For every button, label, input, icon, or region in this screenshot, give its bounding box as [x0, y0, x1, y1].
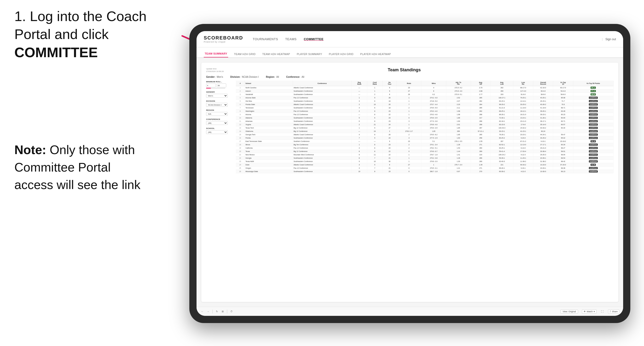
sidebar-division-select[interactable]: NCAA Division I: [206, 103, 228, 107]
cell-rnds: 2: [397, 147, 421, 150]
cell-avg-sg: 258: [471, 136, 490, 140]
sidebar-max-input[interactable]: [217, 84, 226, 87]
sidebar-region-select[interactable]: N/A: [206, 112, 228, 116]
toolbar-home-icon[interactable]: ⊞: [221, 310, 224, 314]
cell-overall: 30-4-0: [533, 89, 553, 93]
cell-avg-sg: 270: [471, 170, 490, 173]
cell-conference: Southeastern Conference: [293, 93, 351, 96]
cell-low-rd: 9-24-0: [513, 136, 533, 140]
sub-nav-player-h2h-heatmap[interactable]: PLAYER H2H HEATMAP: [359, 51, 392, 57]
instruction-area: 1. Log into the Coach Portal and click C…: [14, 7, 158, 61]
toolbar-forward-icon[interactable]: →: [206, 310, 210, 314]
sub-nav-player-summary[interactable]: PLAYER SUMMARY: [296, 51, 323, 57]
cell-wins: 6.2: [421, 93, 446, 96]
cell-no-tour: 20: [382, 103, 397, 106]
cell-vs-top25: 58-6-0: [553, 93, 573, 96]
cell-vs-top25: 23-16-2: [553, 140, 573, 143]
sub-nav-team-h2h-heatmap[interactable]: TEAM H2H HEATMAP: [261, 51, 291, 57]
cell-rnds: 1: [397, 100, 421, 103]
view-original-button[interactable]: View: Original: [560, 310, 578, 314]
cell-avg-sg: 268: [471, 113, 490, 116]
cell-overall: 31-28-1: [533, 116, 553, 120]
cell-rank: 10: [236, 116, 245, 120]
cell-avg-sg: 264: [471, 103, 490, 106]
table-row: 5Ole MissSoutheastern Conference36181274…: [236, 100, 614, 103]
cell-avg-low: 30-15-1: [490, 130, 513, 133]
cell-school: Mississippi State: [245, 170, 293, 173]
tablet-screen: SCOREBOARD Powered by clippd TOURNAMENTS…: [196, 31, 623, 316]
cell-overall: 9-10-1: [533, 140, 553, 143]
col-avg-low: Avg.Low: [490, 81, 513, 86]
cell-overall: 42-16-0: [533, 86, 553, 89]
cell-vs-top25: 60.94: [553, 116, 573, 120]
cell-rank: 26: [236, 170, 245, 173]
cell-avg-low: 72-30-1: [490, 116, 513, 120]
cell-vs-top25: 59.47: [553, 133, 573, 136]
col-conference: Conference: [293, 81, 351, 86]
conference-label: Conference:: [286, 76, 300, 78]
sub-nav-team-summary[interactable]: TEAM SUMMARY: [204, 50, 228, 57]
cell-conference: Mountain West Conference: [293, 153, 351, 157]
nav-divider: |: [602, 37, 602, 41]
division-value: NCAA Division I: [242, 76, 259, 78]
view-original-label: View: Original: [562, 310, 576, 313]
cell-overall: 35-14-0: [533, 123, 553, 126]
cell-overall: 29-15-1: [533, 100, 553, 103]
table-row: 12VirginiaAtlantic Coast Conference22124…: [236, 123, 614, 126]
cell-vs-top25: 68.27: [553, 147, 573, 150]
watch-button[interactable]: 👁 Watch ▾: [582, 309, 596, 314]
table-body: 1North CarolinaAtlantic Coast Conference…: [236, 86, 614, 173]
sidebar-school-select[interactable]: (All): [206, 130, 228, 134]
cell-rnds: 1: [397, 110, 421, 113]
cell-wins: 279.6 -2.0: [421, 160, 446, 163]
cell-low-rd: 90-33-2: [513, 163, 533, 167]
cell-wins: 275.7 -4.4: [421, 103, 446, 106]
nav-item-committee[interactable]: COMMITTEE: [304, 36, 324, 42]
share-button[interactable]: ⤴ Share: [608, 309, 619, 314]
cell-no-tour: 18: [382, 100, 397, 103]
toolbar-back-icon[interactable]: ←: [200, 310, 204, 314]
col-rank: #: [236, 81, 245, 86]
cell-school: Arizona: [245, 113, 293, 116]
sidebar-conference-label: Conference: [206, 118, 232, 120]
cell-avg-low: 83-25-1: [490, 147, 513, 150]
sub-nav-player-h2h-grid[interactable]: PLAYER H2H GRID: [328, 51, 354, 57]
cell-avg-low: 221: [490, 163, 513, 167]
toolbar-expand-icon[interactable]: ⛶: [600, 310, 604, 314]
cell-adj-score: 1.85: [446, 126, 471, 130]
cell-rank: 13: [236, 126, 245, 130]
cell-vs-top25: 65.02: [553, 136, 573, 140]
sidebar-gender-select[interactable]: Men's: [206, 94, 228, 98]
sidebar-min-input[interactable]: [206, 84, 216, 87]
cell-conf-rank: 8: [367, 170, 382, 173]
cell-vs-top50: undefined: [573, 96, 613, 100]
cell-school: Georgia: [245, 157, 293, 160]
cell-vs-top25: 63-17-0: [553, 86, 573, 89]
sidebar-slider[interactable]: [206, 88, 225, 89]
toolbar-reload-icon[interactable]: ↻: [215, 310, 219, 314]
cell-overall: 39-20-1: [533, 110, 553, 113]
card-title: Team Standings: [224, 67, 585, 72]
cell-rnds: 2: [397, 126, 421, 130]
table-row: 13Texas TechBig 12 Conference19272276.9 …: [236, 126, 614, 130]
nav-item-tournaments[interactable]: TOURNAMENTS: [252, 36, 278, 42]
cell-no-tour: 24: [382, 123, 397, 126]
cell-no-tour: 22: [382, 153, 397, 157]
cell-conf-rank: 8: [367, 120, 382, 123]
toolbar-clock-icon[interactable]: ⏱: [230, 310, 234, 314]
sidebar-conference-select[interactable]: (All): [206, 121, 228, 125]
cell-school: Arizona State: [245, 96, 293, 100]
cell-avg-sg: 217: [471, 116, 490, 120]
cell-rank: 2: [236, 89, 245, 93]
cell-wins: 276.5 -6.2: [421, 133, 446, 136]
cell-avg-sg: 265: [471, 133, 490, 136]
cell-conf-rank: 8: [367, 147, 382, 150]
cell-adj-score: 273.6 -4.0: [446, 89, 471, 93]
cell-rnds: 4: [397, 136, 421, 140]
cell-conference: Big Ten Conference: [293, 143, 351, 147]
sub-nav-team-h2h-grid[interactable]: TEAM H2H GRID: [233, 51, 256, 57]
main-content: Update time: 27/03/2024 16:56:26 Team St…: [196, 58, 623, 307]
sign-out-link[interactable]: Sign out: [606, 37, 616, 41]
nav-item-teams[interactable]: TEAMS: [285, 36, 296, 42]
cell-conference: Atlantic Coast Conference: [293, 86, 351, 89]
